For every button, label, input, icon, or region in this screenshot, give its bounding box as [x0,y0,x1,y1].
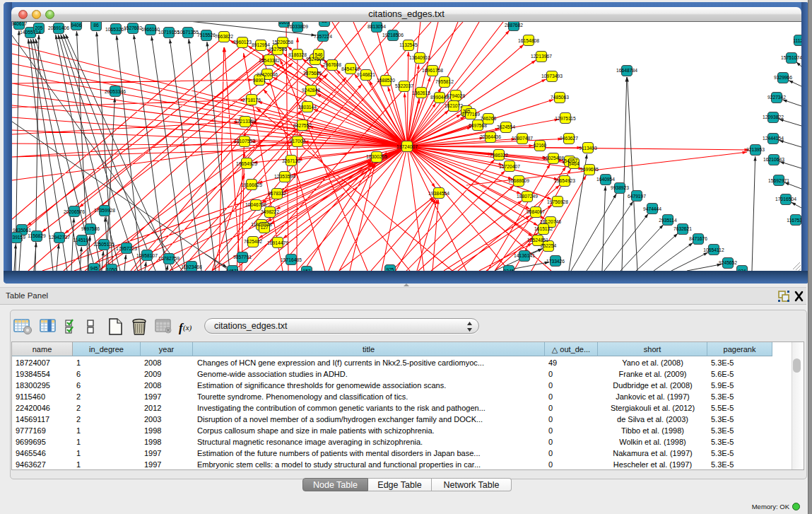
svg-text:9527508: 9527508 [306,57,324,62]
svg-text:3624554: 3624554 [497,124,515,129]
svg-text:88: 88 [322,22,327,23]
svg-text:20053346: 20053346 [105,89,126,94]
svg-text:10719155: 10719155 [158,30,180,35]
svg-text:18300295: 18300295 [366,154,387,159]
svg-text:3498222: 3498222 [261,209,279,214]
svg-text:1640954: 1640954 [596,177,615,182]
svg-text:205: 205 [35,25,42,30]
svg-text:1621072: 1621072 [445,103,463,108]
svg-text:1167531: 1167531 [787,218,801,223]
svg-text:10688609: 10688609 [508,178,529,183]
svg-text:9329966: 9329966 [774,75,792,80]
svg-text:20206576: 20206576 [64,209,85,214]
svg-text:1588520: 1588520 [377,78,395,83]
svg-text:8186328: 8186328 [288,52,307,57]
svg-text:12975115: 12975115 [555,116,576,121]
svg-text:9939159: 9939159 [12,235,25,240]
svg-text:13640910: 13640910 [409,55,430,60]
svg-text:9474444: 9474444 [643,206,661,211]
svg-text:11123: 11123 [793,38,801,43]
svg-text:17957223: 17957223 [116,246,137,251]
svg-text:12213967: 12213967 [531,54,552,59]
svg-text:9084067: 9084067 [526,209,545,214]
svg-text:12942737: 12942737 [49,235,70,240]
svg-text:15716485: 15716485 [281,257,302,262]
svg-text:8454749: 8454749 [341,66,360,71]
svg-text:15692971: 15692971 [768,178,789,183]
svg-text:12444154: 12444154 [763,136,784,141]
svg-text:8471676: 8471676 [689,236,707,241]
svg-text:7986322: 7986322 [490,153,508,158]
svg-text:16120746: 16120746 [540,219,561,224]
svg-text:9245652: 9245652 [719,260,737,265]
svg-text:746266: 746266 [481,116,497,121]
svg-text:9227342: 9227342 [767,95,786,100]
svg-text:6966160: 6966160 [141,27,160,32]
svg-text:62160: 62160 [534,143,547,148]
svg-text:2935114: 2935114 [659,218,677,223]
svg-text:22420046: 22420046 [257,72,278,77]
svg-text:9146821: 9146821 [357,72,375,77]
svg-text:940617: 940617 [12,22,27,26]
svg-text:20364436: 20364436 [480,134,501,139]
svg-text:15226058: 15226058 [272,40,293,45]
svg-text:12353594: 12353594 [274,174,295,179]
svg-text:945: 945 [90,266,98,271]
svg-text:8813054: 8813054 [367,24,386,29]
svg-text:16782759: 16782759 [158,256,180,261]
svg-text:917004: 917004 [290,139,306,144]
svg-text:10807487: 10807487 [512,136,533,141]
svg-text:7485063: 7485063 [551,95,569,100]
svg-text:19654923: 19654923 [554,178,575,183]
svg-text:9857791: 9857791 [233,255,252,259]
svg-text:5322037: 5322037 [395,83,413,88]
svg-text:19756928: 19756928 [547,199,568,204]
svg-text:(x): (x) [183,323,192,332]
svg-text:16648784: 16648784 [616,68,637,73]
svg-text:925: 925 [386,267,394,271]
svg-text:3875685: 3875685 [303,71,322,76]
svg-text:9997586: 9997586 [81,226,100,231]
svg-text:9242848: 9242848 [302,88,320,93]
svg-text:19654925: 19654925 [236,161,257,166]
svg-text:18724007: 18724007 [396,144,418,149]
svg-text:2967608: 2967608 [323,62,341,67]
svg-text:18807249: 18807249 [517,194,538,199]
svg-text:10973493: 10973493 [541,74,563,78]
svg-text:16154808: 16154808 [518,38,539,43]
svg-text:16961758: 16961758 [422,68,443,73]
svg-text:19384554: 19384554 [428,191,449,196]
svg-text:8427552: 8427552 [293,123,312,128]
svg-text:7515526: 7515526 [197,33,216,37]
svg-text:12213369: 12213369 [235,119,256,124]
svg-text:19166825: 19166825 [241,182,262,187]
svg-text:1156829: 1156829 [28,233,46,238]
svg-text:2803144: 2803144 [298,105,317,110]
svg-text:10671355: 10671355 [177,30,199,35]
svg-text:924: 924 [738,269,746,271]
svg-text:157: 157 [302,269,310,271]
svg-text:16033809: 16033809 [287,24,308,29]
svg-text:12093822: 12093822 [763,115,784,119]
svg-text:17016504: 17016504 [775,197,796,201]
svg-text:8960123: 8960123 [233,40,252,45]
svg-text:7357224: 7357224 [314,34,332,39]
svg-text:1615132: 1615132 [534,226,553,231]
svg-text:14055714: 14055714 [20,30,41,35]
svg-text:16107552: 16107552 [234,139,255,144]
svg-text:10025488: 10025488 [543,156,564,160]
svg-text:7663822: 7663822 [215,34,233,39]
svg-text:6497568: 6497568 [469,123,487,128]
svg-text:16210643: 16210643 [763,157,784,162]
svg-text:1362615: 1362615 [412,90,430,95]
svg-text:9835061: 9835061 [13,228,31,233]
svg-text:9527506: 9527506 [269,47,287,52]
svg-text:19218506: 19218506 [382,33,404,37]
svg-text:1132545: 1132545 [399,42,418,47]
svg-text:94571: 94571 [226,269,240,271]
svg-text:7955812: 7955812 [435,79,454,84]
svg-text:8678332: 8678332 [268,191,286,196]
svg-text:17359928: 17359928 [94,208,115,213]
svg-text:9777169: 9777169 [461,112,480,117]
svg-text:1527602: 1527602 [124,25,142,30]
